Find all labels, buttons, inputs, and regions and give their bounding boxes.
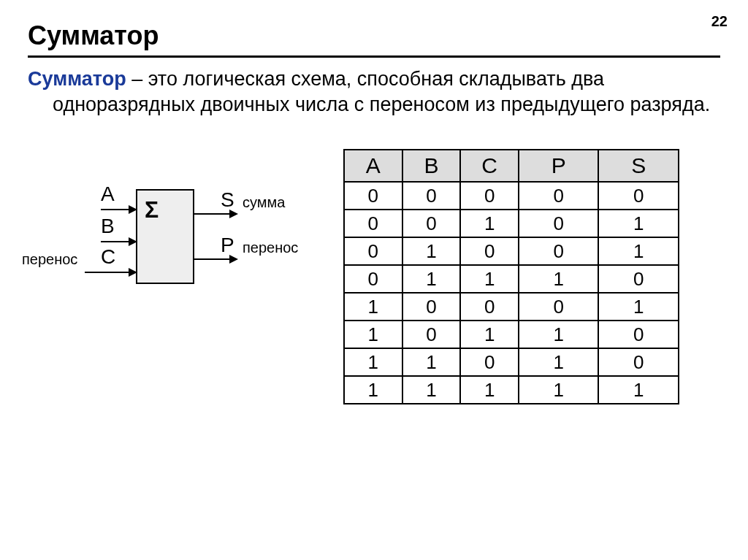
table-cell: 0 xyxy=(598,321,679,348)
table-cell: 1 xyxy=(344,293,402,321)
th-a: A xyxy=(344,150,402,182)
table-cell: 0 xyxy=(460,293,519,321)
arrow-p-line xyxy=(194,258,231,260)
table-cell: 0 xyxy=(598,348,679,376)
table-cell: 1 xyxy=(460,210,519,237)
table-cell: 1 xyxy=(598,376,679,404)
table-row: 11010 xyxy=(344,348,679,376)
table-cell: 1 xyxy=(598,237,679,265)
page-number: 22 xyxy=(711,13,728,30)
table-cell: 1 xyxy=(402,237,461,265)
th-s: S xyxy=(598,150,679,182)
table-cell: 0 xyxy=(344,237,402,265)
input-b-label: B xyxy=(101,215,115,238)
table-cell: 0 xyxy=(460,348,519,376)
table-cell: 1 xyxy=(598,210,679,237)
output-s-label: S xyxy=(221,188,234,212)
arrow-a-head-icon xyxy=(129,205,137,214)
table-row: 01001 xyxy=(344,237,679,265)
table-cell: 1 xyxy=(402,265,461,293)
table-cell: 1 xyxy=(519,376,598,404)
th-p: P xyxy=(519,150,598,182)
sigma-box: Σ xyxy=(136,189,194,284)
th-c: C xyxy=(460,150,519,182)
table-row: 01110 xyxy=(344,265,679,293)
page-title: Сумматор xyxy=(0,0,748,55)
table-row: 00000 xyxy=(344,182,679,210)
table-row: 11111 xyxy=(344,376,679,404)
table-cell: 0 xyxy=(460,237,519,265)
input-a-label: A xyxy=(101,183,115,206)
content-row: Σ A B перенос C S сумма P перенос A B xyxy=(0,149,748,404)
table-cell: 0 xyxy=(402,293,461,321)
output-s-caption: сумма xyxy=(243,194,285,211)
table-cell: 0 xyxy=(519,293,598,321)
table-cell: 0 xyxy=(344,182,402,210)
table-cell: 1 xyxy=(460,265,519,293)
table-row: 10110 xyxy=(344,321,679,348)
arrow-c-head-icon xyxy=(129,268,137,277)
definition-term: Сумматор xyxy=(28,68,126,90)
table-cell: 0 xyxy=(402,321,461,348)
table-cell: 1 xyxy=(598,293,679,321)
table-cell: 1 xyxy=(344,376,402,404)
table-cell: 1 xyxy=(344,321,402,348)
th-b: B xyxy=(402,150,461,182)
truth-table: A B C P S 000000010101001011101000110110… xyxy=(343,149,679,404)
table-cell: 1 xyxy=(344,348,402,376)
table-row: 00101 xyxy=(344,210,679,237)
table-cell: 0 xyxy=(344,265,402,293)
arrow-s-line xyxy=(194,213,231,215)
input-c-caption: перенос xyxy=(22,251,77,268)
table-cell: 0 xyxy=(519,182,598,210)
output-p-label: P xyxy=(221,234,234,257)
table-cell: 1 xyxy=(402,376,461,404)
table-row: 10001 xyxy=(344,293,679,321)
table-cell: 0 xyxy=(598,182,679,210)
definition-paragraph: Сумматор – это логическая схема, способн… xyxy=(0,66,748,117)
truth-table-container: A B C P S 000000010101001011101000110110… xyxy=(343,149,748,404)
arrow-a-line xyxy=(101,209,130,210)
table-cell: 1 xyxy=(519,321,598,348)
adder-diagram: Σ A B перенос C S сумма P перенос xyxy=(0,149,343,331)
table-cell: 0 xyxy=(598,265,679,293)
table-header-row: A B C P S xyxy=(344,150,679,182)
input-c-label: C xyxy=(101,245,115,269)
definition-rest: – это логическая схема, способная склады… xyxy=(53,68,710,115)
table-cell: 0 xyxy=(402,182,461,210)
arrow-b-head-icon xyxy=(129,237,137,246)
arrow-b-line xyxy=(101,241,130,242)
title-rule xyxy=(28,55,720,58)
table-cell: 0 xyxy=(344,210,402,237)
table-cell: 1 xyxy=(460,376,519,404)
arrow-c-line xyxy=(85,272,130,273)
table-cell: 1 xyxy=(519,348,598,376)
table-cell: 0 xyxy=(519,237,598,265)
output-p-caption: перенос xyxy=(243,239,298,256)
table-cell: 1 xyxy=(402,348,461,376)
table-cell: 0 xyxy=(402,210,461,237)
table-cell: 1 xyxy=(519,265,598,293)
table-cell: 0 xyxy=(460,182,519,210)
table-cell: 1 xyxy=(460,321,519,348)
table-cell: 0 xyxy=(519,210,598,237)
